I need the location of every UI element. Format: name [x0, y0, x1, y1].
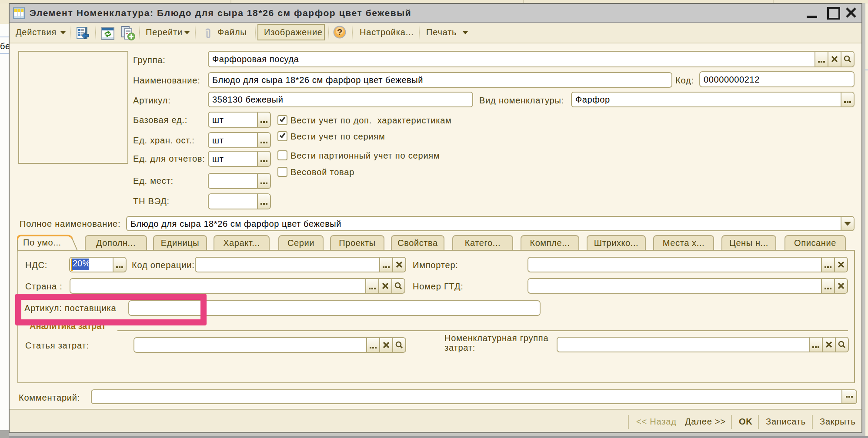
svg-text:?: ? [337, 27, 342, 37]
